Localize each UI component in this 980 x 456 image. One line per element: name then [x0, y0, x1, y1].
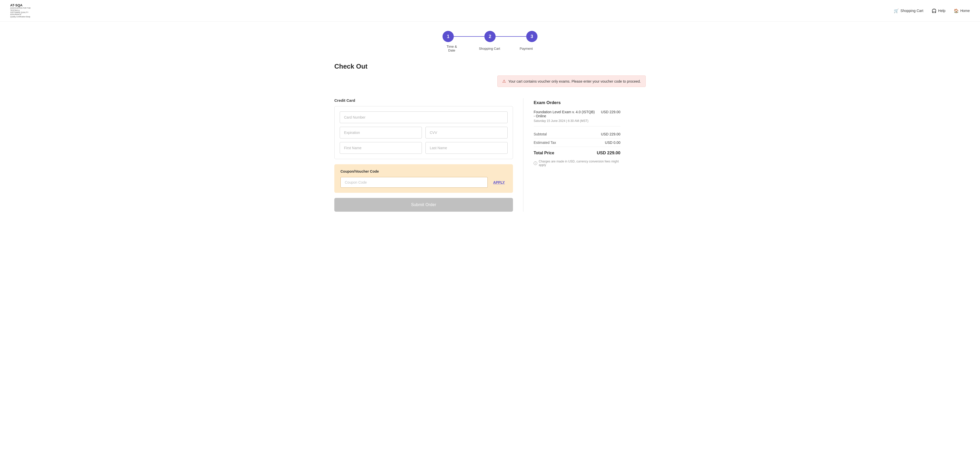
order-summary-title: Exam Orders [534, 100, 620, 105]
shopping-cart-icon: 🛒 [894, 8, 899, 13]
subtotal-label: Subtotal [534, 132, 547, 136]
step-line-2 [496, 36, 526, 37]
tax-value: USD 0.00 [605, 140, 620, 145]
panel-divider [523, 98, 523, 212]
total-row: Total Price USD 229.00 [534, 147, 620, 158]
card-form [334, 106, 513, 159]
logo-title: AT·SQA [10, 3, 36, 7]
stepper-labels: Time & Date Shopping Cart Payment [446, 44, 534, 52]
stepper-row: 1 2 3 [442, 31, 538, 42]
step-1-label: Time & Date [446, 44, 457, 52]
step-3-label: Payment [519, 47, 534, 51]
total-label: Total Price [534, 151, 554, 155]
credit-card-title: Credit Card [334, 98, 513, 103]
coupon-title: Coupon/Voucher Code [340, 169, 507, 173]
nav-shopping-cart-label: Shopping Cart [900, 9, 923, 13]
submit-order-button[interactable]: Submit Order [334, 198, 513, 212]
coupon-code-input[interactable] [340, 177, 488, 188]
expiry-cvv-row [340, 127, 508, 138]
help-icon: 🎧 [932, 8, 937, 13]
checkout-layout: Credit Card Coupon/Voucher Code [334, 98, 646, 212]
left-panel: Credit Card Coupon/Voucher Code [334, 98, 513, 212]
page-title: Check Out [334, 62, 646, 70]
order-item-left: Foundation Level Exam v. 4.0 (ISTQB) - O… [534, 110, 597, 123]
alert-icon: ⚠ [502, 79, 506, 84]
coupon-section: Coupon/Voucher Code APPLY [334, 164, 513, 193]
step-1-circle: 1 [442, 31, 454, 42]
main-content: Check Out ⚠ Your cart contains voucher o… [324, 57, 656, 217]
currency-note-text: Charges are made in USD, currency conver… [539, 160, 620, 167]
nav: 🛒 Shopping Cart 🎧 Help 🏠 Home [894, 8, 970, 13]
apply-button[interactable]: APPLY [491, 180, 507, 184]
step-3-circle: 3 [526, 31, 538, 42]
currency-note: i Charges are made in USD, currency conv… [534, 160, 620, 167]
order-item-date: Saturday 15 June 2024 | 6:30 AM (MST) [534, 119, 597, 123]
alert-banner: ⚠ Your cart contains voucher only exams.… [497, 75, 646, 87]
alert-text: Your cart contains voucher only exams. P… [508, 79, 641, 83]
info-icon: i [534, 161, 537, 165]
subtotal-value: USD 229.00 [601, 132, 620, 136]
nav-help[interactable]: 🎧 Help [932, 8, 945, 13]
total-value: USD 229.00 [597, 151, 620, 156]
nav-home-label: Home [960, 9, 970, 13]
logo-subtitle: ASSOCIATION FOR THE TESTING &SOFTWARE QU… [10, 7, 36, 18]
order-item: Foundation Level Exam v. 4.0 (ISTQB) - O… [534, 110, 620, 127]
order-item-price: USD 229.00 [601, 110, 620, 114]
order-item-name: Foundation Level Exam v. 4.0 (ISTQB) - O… [534, 110, 597, 118]
step-2-label: Shopping Cart [477, 47, 502, 51]
right-panel: Exam Orders Foundation Level Exam v. 4.0… [534, 98, 620, 167]
name-row [340, 142, 508, 154]
first-name-input[interactable] [340, 142, 422, 154]
tax-row: Estimated Tax USD 0.00 [534, 138, 620, 147]
expiration-input[interactable] [340, 127, 422, 138]
step-2-circle: 2 [484, 31, 496, 42]
nav-home[interactable]: 🏠 Home [954, 8, 970, 13]
logo: AT·SQA ASSOCIATION FOR THE TESTING &SOFT… [10, 3, 36, 18]
step-line-1 [454, 36, 484, 37]
tax-label: Estimated Tax [534, 140, 556, 145]
stepper: 1 2 3 Time & Date Shopping Cart Payment [0, 22, 980, 57]
cvv-input[interactable] [425, 127, 508, 138]
subtotal-row: Subtotal USD 229.00 [534, 130, 620, 138]
nav-help-label: Help [938, 9, 945, 13]
nav-shopping-cart[interactable]: 🛒 Shopping Cart [894, 8, 923, 13]
last-name-input[interactable] [425, 142, 508, 154]
card-number-row [340, 111, 508, 123]
header: AT·SQA ASSOCIATION FOR THE TESTING &SOFT… [0, 0, 980, 22]
coupon-row: APPLY [340, 177, 507, 188]
card-number-input[interactable] [340, 111, 508, 123]
home-icon: 🏠 [954, 8, 959, 13]
